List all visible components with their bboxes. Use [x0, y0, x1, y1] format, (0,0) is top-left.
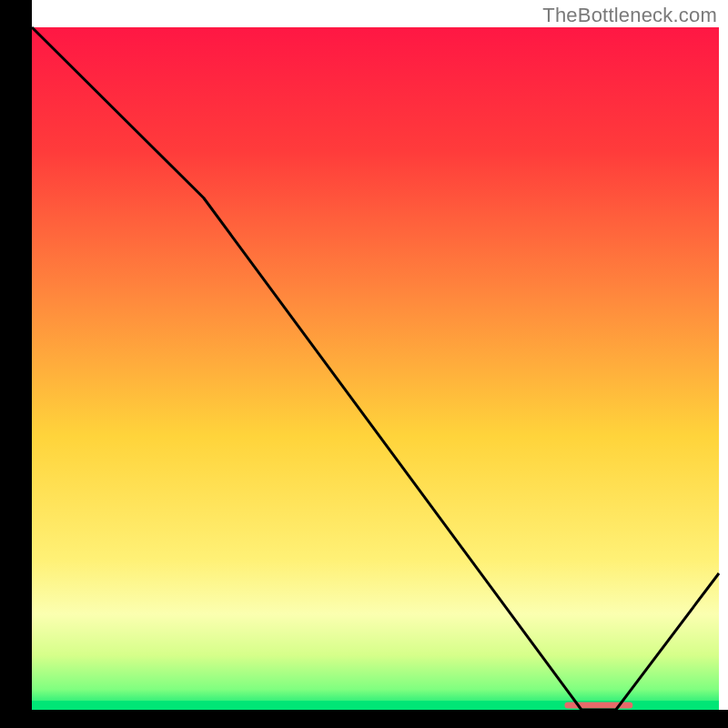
y-axis [0, 0, 32, 728]
chart-svg [0, 0, 728, 728]
chart-stage: TheBottleneck.com [0, 0, 728, 728]
watermark-label: TheBottleneck.com [542, 4, 717, 27]
x-axis [0, 710, 728, 728]
